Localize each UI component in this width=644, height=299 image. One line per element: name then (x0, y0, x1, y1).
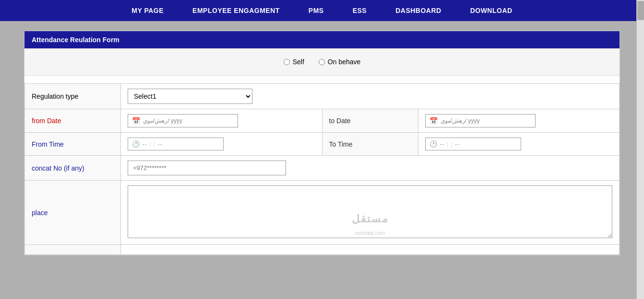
to-time-input-wrapper[interactable]: 🕐 -- : : -- (425, 138, 521, 150)
place-cell: مستقل mostaql.com (121, 181, 620, 245)
regulation-type-cell: Select1 Option 1 Option 2 (121, 84, 620, 109)
clock-icon-from: 🕐 (132, 140, 140, 148)
nav-pms[interactable]: PMS (309, 7, 324, 14)
from-date-input-wrapper[interactable]: 📅 yyyy /رهش/موي (128, 114, 238, 127)
main-content: Attendance Reulation Form Self On behave… (0, 21, 644, 261)
regulation-type-row: Regulation type Select1 Option 1 Option … (25, 84, 620, 109)
to-time-label: To Time (322, 133, 418, 156)
nav-employee-engagement[interactable]: EMPLOYEE ENGAGMENT (192, 7, 280, 14)
radio-on-behave[interactable] (319, 59, 325, 65)
time-row: From Time 🕐 -- : : -- To Time 🕐 -- : : -… (25, 133, 620, 156)
radio-self[interactable] (284, 59, 290, 65)
to-time-cell: 🕐 -- : : -- (418, 133, 620, 156)
clock-icon-to: 🕐 (429, 140, 437, 148)
nav-dashboard[interactable]: DASHBOARD (395, 7, 441, 14)
radio-self-label[interactable]: Self (293, 58, 304, 66)
nav-my-page[interactable]: MY PAGE (131, 7, 164, 14)
regulation-type-label: Regulation type (25, 84, 121, 109)
radio-self-option[interactable]: Self (284, 58, 304, 66)
scrollbar[interactable] (636, 0, 644, 299)
radio-section: Self On behave (24, 48, 620, 76)
bottom-label-cell (25, 245, 121, 255)
place-row: place مستقل mostaql.com (25, 181, 620, 245)
to-date-label: to Date (322, 109, 418, 133)
navbar: MY PAGE EMPLOYEE ENGAGMENT PMS ESS DASHB… (0, 0, 644, 21)
nav-ess[interactable]: ESS (353, 7, 367, 14)
from-date-cell: 📅 yyyy /رهش/موي (121, 109, 322, 133)
bottom-row (25, 245, 620, 255)
from-date-label: from Date (25, 109, 121, 133)
scrollbar-thumb[interactable] (637, 1, 644, 20)
radio-onbehave-label[interactable]: On behave (328, 58, 361, 66)
from-date-placeholder: yyyy /رهش/موي (143, 117, 182, 124)
from-time-input-wrapper[interactable]: 🕐 -- : : -- (128, 138, 224, 150)
place-textarea[interactable] (128, 185, 612, 238)
to-date-input-wrapper[interactable]: 📅 yyyy /رهش/موي (425, 114, 536, 127)
concat-no-input[interactable] (128, 161, 286, 175)
bottom-content-cell (121, 245, 620, 255)
calendar-icon-from: 📅 (132, 117, 140, 125)
regulation-type-select[interactable]: Select1 Option 1 Option 2 (128, 89, 252, 104)
date-row: from Date 📅 yyyy /رهش/موي to Date 📅 yyyy… (25, 109, 620, 133)
concat-row: concat No (if any) (25, 156, 620, 181)
to-date-placeholder: yyyy /رهش/موي (441, 117, 480, 124)
concat-no-label: concat No (if any) (25, 156, 121, 181)
from-time-cell: 🕐 -- : : -- (121, 133, 322, 156)
place-label: place (25, 181, 121, 245)
to-date-cell: 📅 yyyy /رهش/موي (418, 109, 620, 133)
form-table: Regulation type Select1 Option 1 Option … (24, 83, 620, 255)
from-time-label: From Time (25, 133, 121, 156)
nav-download[interactable]: DOWNLOAD (470, 7, 513, 14)
from-time-placeholder: -- : : -- (143, 141, 163, 148)
form-title: Attendance Reulation Form (24, 31, 620, 48)
concat-no-cell (121, 156, 620, 181)
form-card: Attendance Reulation Form Self On behave… (24, 31, 620, 255)
to-time-placeholder: -- : : -- (440, 141, 460, 148)
calendar-icon-to: 📅 (429, 117, 438, 125)
radio-onbehave-option[interactable]: On behave (319, 58, 361, 66)
